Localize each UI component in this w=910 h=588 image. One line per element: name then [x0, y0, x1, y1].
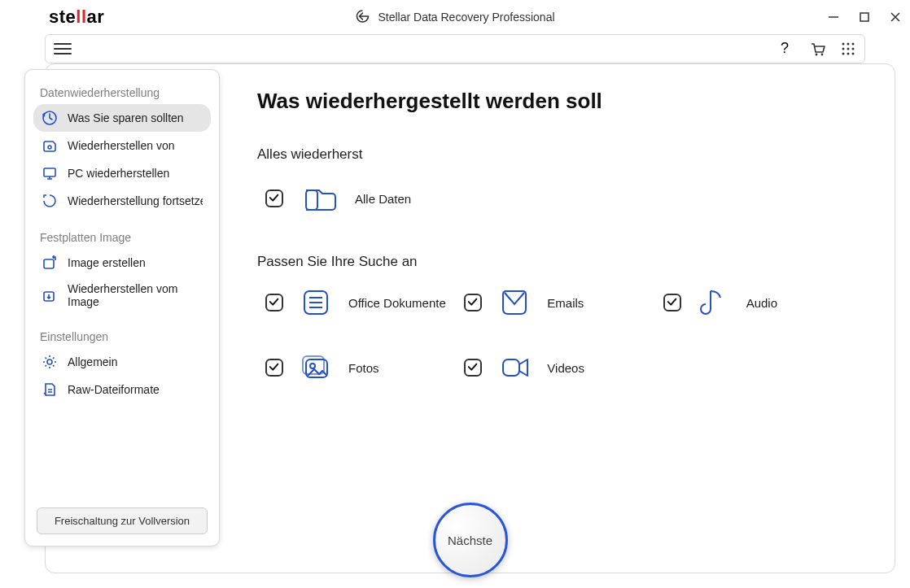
maximize-button[interactable] — [858, 11, 871, 24]
sidebar-item-raw-formats[interactable]: Raw-Dateiformate — [33, 376, 211, 403]
raw-file-icon — [42, 381, 58, 398]
sidebar-item-create-image[interactable]: Image erstellen — [33, 249, 211, 277]
restore-icon — [42, 110, 58, 126]
video-icon — [497, 350, 532, 385]
mail-icon — [497, 285, 532, 320]
sidebar-item-label: Image erstellen — [68, 256, 146, 269]
sidebar-item-general[interactable]: Allgemein — [33, 348, 211, 376]
sidebar-section-recovery: Datenwiederherstellung — [33, 81, 211, 104]
image-create-icon — [42, 255, 58, 271]
checkbox-videos[interactable] — [464, 359, 482, 377]
unlock-full-version-button[interactable]: Freischaltung zur Vollversion — [37, 507, 208, 534]
label-office: Office Dokumente — [348, 296, 446, 310]
more-tools-icon[interactable] — [840, 41, 856, 57]
menu-icon[interactable] — [54, 40, 72, 58]
label-emails: Emails — [547, 296, 584, 310]
sidebar-item-label: Was Sie sparen sollten — [68, 111, 184, 124]
toolbar — [45, 34, 865, 63]
cart-icon[interactable] — [809, 41, 825, 57]
option-emails: Emails — [464, 285, 663, 320]
sidebar-item-recover-from[interactable]: Wiederherstellen von — [33, 132, 211, 159]
disk-icon — [42, 137, 58, 154]
next-button-label: Nächste — [448, 534, 492, 547]
checkbox-all-data[interactable] — [265, 189, 283, 207]
sidebar-section-drive-image: Festplatten Image — [33, 226, 211, 249]
checkbox-photos[interactable] — [265, 359, 283, 377]
sidebar-section-settings: Einstellungen — [33, 325, 211, 348]
section-customize: Passen Sie Ihre Suche an — [257, 254, 862, 270]
next-button[interactable]: Nächste — [433, 503, 508, 577]
window-title: Stellar Data Recovery Professional — [378, 11, 554, 24]
options-grid: Office Dokumente Emails Audio Fotos Vide… — [257, 285, 862, 385]
sidebar-item-label: Wiederherstellen vom Image — [68, 282, 203, 308]
window-controls — [827, 0, 902, 34]
audio-icon — [696, 285, 732, 320]
logo-accent: ll — [76, 7, 86, 27]
section-recover-all: Alles wiederherst — [257, 146, 862, 163]
page-title: Was wiederhergestellt werden soll — [257, 89, 862, 114]
sidebar-item-label: Wiederherstellen von — [68, 139, 175, 152]
minimize-button[interactable] — [827, 11, 840, 24]
label-all-data: Alle Daten — [355, 192, 411, 206]
sidebar-item-recover-pc[interactable]: PC wiederherstellen — [33, 159, 211, 187]
image-restore-icon — [42, 287, 58, 303]
unlock-button-label: Freischaltung zur Vollversion — [55, 515, 190, 527]
back-icon[interactable] — [355, 9, 370, 26]
checkbox-emails[interactable] — [464, 294, 482, 311]
option-photos: Fotos — [265, 350, 464, 385]
folder-icon — [301, 181, 337, 216]
monitor-icon — [42, 165, 58, 181]
photo-icon — [298, 350, 334, 385]
option-audio: Audio — [663, 285, 862, 320]
logo-text-2: ar — [87, 7, 105, 27]
label-photos: Fotos — [348, 361, 379, 375]
label-videos: Videos — [547, 361, 584, 375]
toolbar-right — [778, 41, 856, 57]
checkbox-office[interactable] — [265, 294, 283, 311]
document-icon — [298, 285, 334, 320]
sidebar-item-label: Raw-Dateiformate — [68, 383, 160, 396]
app-logo: stellar — [49, 7, 104, 28]
label-audio: Audio — [746, 296, 777, 310]
close-button[interactable] — [889, 11, 902, 24]
resume-icon — [42, 193, 58, 209]
checkbox-audio[interactable] — [663, 294, 681, 311]
sidebar-item-label: PC wiederherstellen — [68, 167, 169, 180]
sidebar-item-label: Wiederherstellung fortsetzen — [68, 194, 203, 207]
sidebar-item-recover-from-image[interactable]: Wiederherstellen vom Image — [33, 277, 211, 314]
sidebar-item-resume-recovery[interactable]: Wiederherstellung fortsetzen — [33, 187, 211, 215]
titlebar: stellar Stellar Data Recovery Profession… — [0, 0, 910, 34]
sidebar-item-label: Allgemein — [68, 355, 117, 368]
gear-icon — [42, 354, 58, 370]
option-office: Office Dokumente — [265, 285, 464, 320]
window-title-group: Stellar Data Recovery Professional — [355, 9, 554, 26]
help-icon[interactable] — [778, 41, 794, 57]
sidebar-item-what-to-recover[interactable]: Was Sie sparen sollten — [33, 104, 211, 132]
logo-text: ste — [49, 7, 76, 27]
option-all-data: Alle Daten — [257, 177, 862, 220]
sidebar: Datenwiederherstellung Was Sie sparen so… — [24, 69, 220, 547]
option-videos: Videos — [464, 350, 663, 385]
